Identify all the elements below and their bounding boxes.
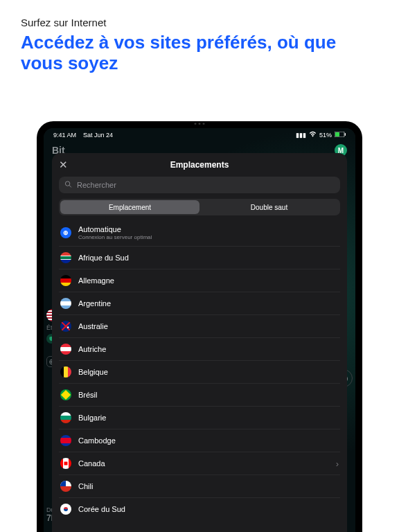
row-label: Automatique	[78, 225, 339, 233]
marketing-subtitle: Surfez sur Internet	[21, 17, 378, 28]
location-row[interactable]: Argentine	[59, 292, 340, 315]
flag-icon	[60, 252, 71, 263]
status-bar: 9:41 AM Sat Jun 24 ▮▮▮ 51%	[44, 128, 355, 140]
location-row[interactable]: Chili	[59, 475, 340, 498]
svg-line-5	[69, 185, 71, 187]
status-date: Sat Jun 24	[83, 132, 113, 139]
modal-title: Emplacements	[170, 160, 229, 170]
location-row[interactable]: Canada›	[59, 452, 340, 475]
signal-icon: ▮▮▮	[296, 132, 306, 139]
row-label: Australie	[78, 322, 339, 330]
marketing-headline: Accédez à vos sites préférés, où que vou…	[21, 33, 378, 74]
row-label: Argentine	[78, 299, 339, 308]
search-input[interactable]	[59, 177, 340, 193]
svg-rect-2	[345, 133, 346, 136]
location-row[interactable]: Belgique	[59, 361, 340, 384]
close-button[interactable]: ✕	[59, 159, 68, 171]
row-label: Afrique du Sud	[78, 254, 339, 262]
flag-icon	[60, 504, 71, 515]
chevron-right-icon: ›	[336, 459, 339, 469]
camera-notch	[195, 123, 205, 125]
battery-percent: 51%	[319, 132, 332, 139]
flag-icon	[60, 275, 71, 286]
tablet-frame: 9:41 AM Sat Jun 24 ▮▮▮ 51% Bit	[37, 121, 362, 532]
location-list: ⊕ Automatique Connexion au serveur optim…	[52, 220, 347, 532]
flag-icon	[60, 366, 71, 378]
battery-icon	[335, 132, 346, 139]
location-row[interactable]: Bulgarie	[59, 407, 340, 429]
row-sublabel: Connexion au serveur optimal	[78, 234, 339, 240]
flag-icon	[60, 435, 71, 446]
locations-modal: ✕ Emplacements Emplacement Double saut	[52, 153, 347, 532]
flag-icon	[60, 458, 71, 469]
row-label: Chili	[78, 482, 339, 490]
segmented-control: Emplacement Double saut	[59, 199, 340, 215]
flag-icon	[60, 389, 71, 400]
location-row[interactable]: Cambodge	[59, 429, 340, 452]
location-row[interactable]: Autriche	[59, 338, 340, 361]
row-label: Brésil	[78, 391, 339, 399]
tab-double-hop[interactable]: Double saut	[200, 200, 339, 214]
row-label: Cambodge	[78, 436, 339, 445]
svg-rect-1	[335, 132, 339, 136]
row-label: Belgique	[78, 368, 339, 376]
tab-location[interactable]: Emplacement	[60, 200, 200, 214]
row-label: Allemagne	[78, 276, 339, 285]
location-row[interactable]: Corée du Sud	[59, 498, 340, 520]
location-row-automatic[interactable]: ⊕ Automatique Connexion au serveur optim…	[59, 220, 340, 247]
row-label: Autriche	[78, 345, 339, 353]
flag-icon	[60, 412, 71, 423]
location-row[interactable]: Australie	[59, 315, 340, 338]
row-label: Bulgarie	[78, 414, 339, 422]
location-row[interactable]: Allemagne	[59, 269, 340, 292]
location-row[interactable]: Afrique du Sud	[59, 247, 340, 269]
flag-icon	[60, 298, 71, 309]
flag-icon	[60, 344, 71, 355]
flag-icon	[60, 481, 71, 492]
row-label: Corée du Sud	[78, 505, 339, 513]
row-label: Canada	[78, 459, 329, 468]
status-time: 9:41 AM	[53, 132, 76, 139]
wifi-icon	[309, 131, 317, 139]
flag-icon	[60, 321, 71, 332]
auto-icon: ⊕	[60, 227, 71, 238]
search-icon	[64, 181, 72, 190]
location-row[interactable]: Brésil	[59, 384, 340, 407]
